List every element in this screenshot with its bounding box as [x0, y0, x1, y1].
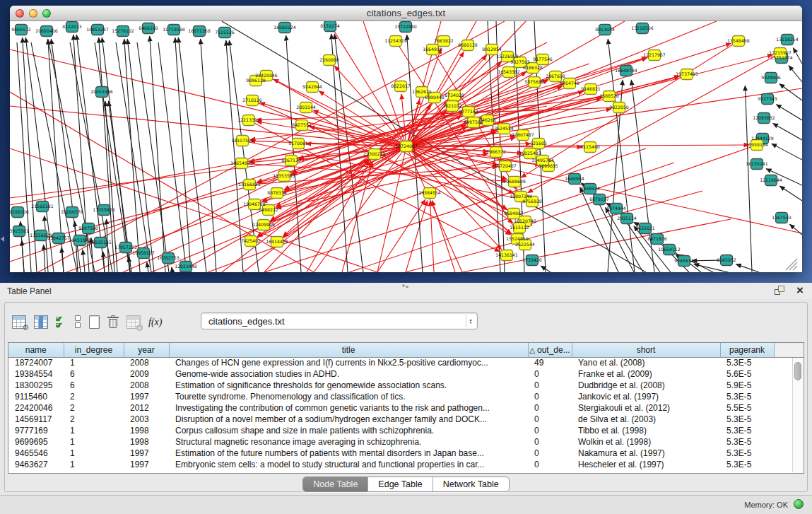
black-edge[interactable]: [175, 37, 191, 272]
graph-node-label: 13942757: [47, 235, 70, 240]
graph-node-label: 2867608: [546, 74, 565, 78]
red-edge[interactable]: [299, 146, 406, 160]
table-row[interactable]: 911546021997Tourette syndrome. Phenomeno…: [8, 391, 804, 402]
black-edge[interactable]: [17, 42, 31, 272]
graph-node-label: 15226058: [496, 54, 519, 59]
graph-node-label: 12409949: [252, 222, 275, 227]
black-edge[interactable]: [779, 186, 802, 201]
graph-node-label: 13118254: [776, 37, 799, 42]
table-panel-header: Table Panel ×: [0, 283, 812, 299]
graph-node-label: 12093832: [753, 115, 775, 120]
column-header-pagerank[interactable]: pagerank: [720, 343, 774, 357]
graph-node-label: 16235041: [746, 161, 768, 166]
graph-node-label: 16120746: [514, 218, 536, 223]
table-row[interactable]: 2242004622012Investigating the contribut…: [8, 402, 804, 414]
table-row[interactable]: 1830029562008Estimation of significance …: [8, 380, 804, 391]
tab-node-table[interactable]: Node Table: [303, 477, 368, 491]
red-edge[interactable]: [430, 201, 434, 272]
black-edge[interactable]: [789, 224, 802, 235]
graph-node-label: 746266: [479, 117, 496, 122]
table-cell: 9777169: [8, 425, 64, 436]
table-cell: 1: [64, 459, 124, 470]
graph-node-label: 621603: [530, 141, 547, 146]
red-edge[interactable]: [10, 106, 406, 146]
row-options-icon[interactable]: [74, 315, 81, 329]
graph-node-label: 8471876: [647, 236, 667, 241]
black-edge[interactable]: [147, 262, 148, 272]
table-row[interactable]: 946554611997Estimation of the future num…: [8, 448, 804, 459]
window-resize-grip-icon[interactable]: [789, 262, 797, 270]
black-edge[interactable]: [44, 245, 45, 272]
black-edge[interactable]: [116, 42, 151, 272]
splitter-grip[interactable]: [402, 284, 409, 288]
black-edge[interactable]: [150, 36, 165, 272]
column-header-name[interactable]: name: [8, 343, 64, 357]
graph-node-label: 10807487: [512, 132, 534, 137]
black-edge[interactable]: [226, 40, 243, 272]
table-cell: Franke et al. (2009): [572, 368, 720, 380]
show-columns-icon[interactable]: [34, 315, 48, 329]
graph-node-label: 8912954: [482, 47, 502, 52]
red-edge[interactable]: [406, 201, 428, 272]
network-canvas[interactable]: 9405572206914068122013108532871527610264…: [10, 21, 802, 272]
black-edge[interactable]: [137, 42, 169, 272]
close-panel-icon[interactable]: ×: [796, 284, 804, 298]
column-header-title[interactable]: title: [169, 343, 528, 357]
black-edge[interactable]: [789, 66, 802, 82]
table-row[interactable]: 1872400712008Changes of HCN gene express…: [8, 357, 804, 368]
column-header-short[interactable]: short: [572, 343, 720, 357]
graph-node-label: 16060124: [273, 25, 296, 30]
delete-table-icon[interactable]: x: [126, 315, 141, 329]
tab-edge-table[interactable]: Edge Table: [368, 477, 433, 491]
table-row[interactable]: 946362711997Embryonic stem cells: a mode…: [8, 459, 804, 470]
black-edge[interactable]: [83, 250, 85, 272]
red-edge[interactable]: [10, 49, 406, 146]
collapse-panel-arrow-icon[interactable]: [1, 236, 4, 242]
table-row[interactable]: 969969511998Structural magnetic resonanc…: [8, 436, 804, 448]
black-edge[interactable]: [772, 144, 802, 160]
graph-node-label: 12210644: [760, 177, 782, 182]
new-column-icon[interactable]: [89, 315, 100, 329]
black-edge[interactable]: [779, 83, 802, 100]
tab-network-table[interactable]: Network Table: [433, 477, 509, 491]
table-cell: Tibbo et al. (1998): [572, 425, 720, 436]
table-cell: 18724007: [8, 357, 64, 368]
column-header-out_de[interactable]: △out_de...: [528, 343, 572, 357]
black-edge[interactable]: [736, 264, 759, 272]
red-edge[interactable]: [406, 55, 487, 146]
scrollbar-thumb[interactable]: [794, 362, 801, 380]
black-edge[interactable]: [201, 39, 216, 272]
column-header-in_degree[interactable]: in_degree: [64, 343, 124, 357]
table-row[interactable]: 1938455462009Genome-wide association stu…: [8, 368, 804, 380]
table-selector-dropdown[interactable]: citations_edges.txt ▲▼: [201, 313, 478, 329]
status-bar: Memory: OK: [0, 495, 812, 514]
network-graph[interactable]: 9405572206914068122013108532871527610264…: [10, 21, 802, 272]
black-edge[interactable]: [773, 123, 802, 140]
black-edge[interactable]: [776, 105, 802, 120]
sort-ascending-icon: △: [529, 346, 535, 354]
network-window-titlebar[interactable]: citations_edges.txt: [10, 6, 802, 21]
table-row[interactable]: 1456911722003Disruption of a novel membe…: [8, 414, 804, 425]
black-edge[interactable]: [793, 48, 802, 64]
table-cell: Corpus callosum shape and size in male p…: [169, 425, 528, 436]
table-mode-icon[interactable]: ⚙: [12, 315, 26, 329]
black-edge[interactable]: [745, 86, 752, 272]
graph-node-label: 19384554: [418, 190, 441, 195]
float-panel-icon[interactable]: [775, 286, 785, 296]
red-edge[interactable]: [10, 92, 314, 272]
delete-column-icon[interactable]: [107, 315, 119, 329]
column-header-year[interactable]: year: [124, 343, 169, 357]
table-row[interactable]: 977716911998Corpus callosum shape and si…: [8, 425, 804, 436]
table-vertical-scrollbar[interactable]: [792, 358, 803, 472]
black-edge[interactable]: [127, 39, 154, 272]
select-checks-icon[interactable]: ✔✔: [56, 315, 66, 329]
graph-node-label: 10654112: [658, 247, 681, 252]
red-edge[interactable]: [406, 146, 462, 272]
black-edge[interactable]: [172, 267, 172, 272]
red-edge[interactable]: [526, 145, 757, 225]
graph-node-label: 8813054: [595, 27, 615, 32]
red-edge[interactable]: [406, 146, 802, 233]
function-builder-icon[interactable]: f(x): [148, 315, 164, 329]
black-edge[interactable]: [22, 240, 24, 272]
table-cell: 5.3E-5: [720, 357, 774, 368]
